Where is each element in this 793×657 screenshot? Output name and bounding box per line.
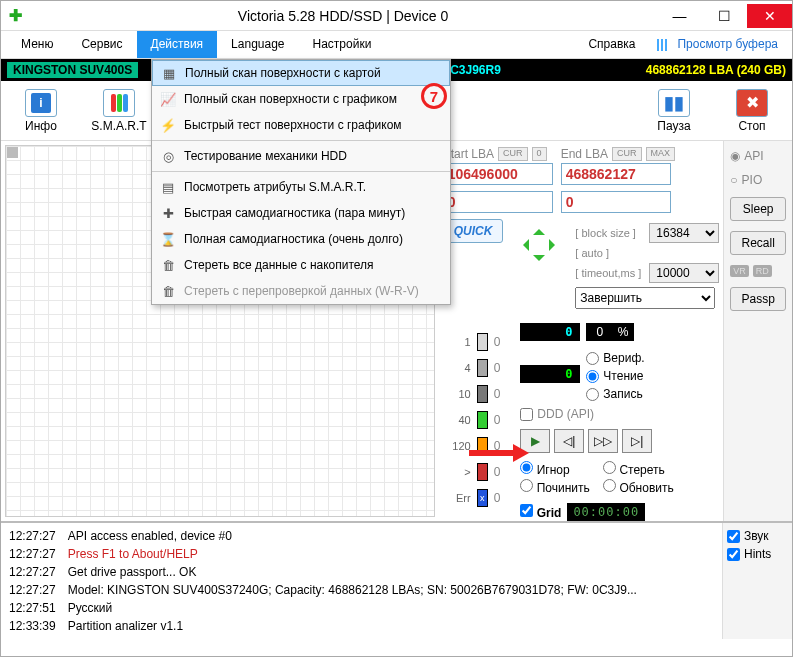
speed-meter: 0 [520,323,580,341]
annotation-number: 7 [421,83,447,109]
pause-button[interactable]: ▮▮ Пауза [644,89,704,133]
log-lines[interactable]: 12:27:27API access enabled, device #0 12… [1,523,722,639]
dpad-left-icon [517,239,529,251]
stop-icon: ✖ [736,89,768,117]
verify-erase-icon: 🗑 [160,284,176,299]
title-bar: ✚ Victoria 5.28 HDD/SSD | Device 0 — ☐ ✕ [1,1,792,31]
annotation-arrow [469,446,529,460]
smart-label: S.M.A.R.T [91,119,146,133]
device-name: KINGSTON SUV400S [7,62,138,78]
navigation-dpad[interactable] [517,223,561,267]
maximize-button[interactable]: ☐ [702,4,747,28]
menu-erase-verify: 🗑Стереть с перепроверкой данных (W-R-V) [152,278,450,304]
log-pane: 12:27:27API access enabled, device #0 12… [1,521,792,651]
ignore-radio[interactable]: Игнор [520,461,591,477]
step-back-button[interactable]: ◁| [554,429,584,453]
end-action-select[interactable]: Завершить [575,287,715,309]
actions-dropdown: ▦Полный скан поверхности с картой 📈Полны… [151,59,451,305]
rd-badge: RD [753,265,772,277]
write-radio[interactable]: Запись [586,387,644,401]
pio-radio[interactable]: ○ PIO [730,173,786,187]
menu-item-help[interactable]: Справка [574,31,649,58]
smart-icon [111,94,128,112]
ddd-checkbox[interactable]: DDD (API) [520,407,673,421]
start-lba-zero-button[interactable]: 0 [532,147,547,161]
sleep-button[interactable]: Sleep [730,197,786,221]
grid-checkbox[interactable]: Grid [520,504,561,520]
verify-radio[interactable]: Вериф. [586,351,644,365]
info-icon: i [31,93,51,113]
menu-quick-selftest[interactable]: ✚Быстрая самодиагностика (пара минут) [152,200,450,226]
start-offset-input[interactable] [443,191,553,213]
close-button[interactable]: ✕ [747,4,792,28]
minimize-button[interactable]: — [657,4,702,28]
menu-item-settings[interactable]: Настройки [299,31,386,58]
quick-button[interactable]: QUICK [443,219,504,243]
passp-button[interactable]: Passp [730,287,786,311]
stop-button[interactable]: ✖ Стоп [722,89,782,133]
start-lba-input[interactable] [443,163,553,185]
bolt-icon: ⚡ [160,118,176,133]
menu-full-selftest[interactable]: ⌛Полная самодиагностика (очень долго) [152,226,450,252]
log-line: 12:27:51Русский [9,599,714,617]
hourglass-icon: ⌛ [160,232,176,247]
info-button[interactable]: i Инфо [11,89,71,133]
erase-icon: 🗑 [160,258,176,273]
smart-button[interactable]: S.M.A.R.T [89,89,149,133]
end-offset-input[interactable] [561,191,671,213]
start-lba-cur-button[interactable]: CUR [498,147,528,161]
hints-checkbox[interactable]: Hints [727,547,788,561]
log-line: 12:27:27Press F1 to About/HELP [9,545,714,563]
menu-full-scan-graph[interactable]: 📈Полный скан поверхности с графиком [152,86,450,112]
pause-icon: ▮▮ [658,89,690,117]
target-icon: ◎ [160,149,176,164]
progress-meter: 0 [520,365,580,383]
menu-full-scan-map[interactable]: ▦Полный скан поверхности с картой [152,60,450,86]
menu-quick-test-graph[interactable]: ⚡Быстрый тест поверхности с графиком [152,112,450,138]
refresh-radio[interactable]: Обновить [603,479,674,495]
menu-item-language[interactable]: Language [217,31,298,58]
erase-radio[interactable]: Стереть [603,461,674,477]
blocksize-select[interactable]: 16384 [649,223,719,243]
count-meter: 0 % [586,323,634,341]
end-lba-label: End LBA [561,147,608,161]
latency-legend: 10 40 100 400 1200 >0 Errx0 [443,333,501,521]
pause-label: Пауза [657,119,690,133]
info-label: Инфо [25,119,57,133]
device-capacity: 468862128 LBA (240 GB) [646,63,786,77]
menu-view-smart[interactable]: ▤Посмотреть атрибуты S.M.A.R.T. [152,174,450,200]
timeout-label: [ timeout,ms ] [575,267,645,279]
menu-item-service[interactable]: Сервис [67,31,136,58]
fix-radio[interactable]: Починить [520,479,591,495]
buffer-view-button[interactable]: Просмотр буфера [649,31,786,58]
log-line: 12:27:27Get drive passport... OK [9,563,714,581]
menu-item-menu[interactable]: Меню [7,31,67,58]
recall-button[interactable]: Recall [730,231,786,255]
log-line: 12:27:27Model: KINGSTON SUV400S37240G; C… [9,581,714,599]
log-line: 12:33:39Partition analizer v1.1 [9,617,714,635]
menu-item-actions[interactable]: Действия [137,31,218,58]
device-serial: C3J96R9 [450,63,501,77]
sound-checkbox[interactable]: Звук [727,529,788,543]
right-panel: Start LBACUR0 End LBACURMAX QUICK [439,141,724,521]
timeout-select[interactable]: 10000 [649,263,719,283]
menu-erase-all[interactable]: 🗑Стереть все данные с накопителя [152,252,450,278]
auto-label: [ auto ] [575,247,645,259]
api-radio[interactable]: ◉ API [730,149,786,163]
end-lba-input[interactable] [561,163,671,185]
blocksize-label: [ block size ] [575,227,645,239]
end-lba-max-button[interactable]: MAX [646,147,676,161]
stop-label: Стоп [738,119,765,133]
end-lba-cur-button[interactable]: CUR [612,147,642,161]
dpad-right-icon [549,239,561,251]
menu-bar: Меню Сервис Действия Language Настройки … [1,31,792,59]
grid-icon: ▦ [161,66,177,81]
firstaid-icon: ✚ [160,206,176,221]
step-fwd-button[interactable]: ▷▷ [588,429,618,453]
elapsed-timer: 00:00:00 [567,503,645,521]
skip-fwd-button[interactable]: ▷| [622,429,652,453]
menu-test-mechanics[interactable]: ◎Тестирование механики HDD [152,143,450,169]
vr-badge: VR [730,265,749,277]
list-icon: ▤ [160,180,176,195]
read-radio[interactable]: Чтение [586,369,644,383]
